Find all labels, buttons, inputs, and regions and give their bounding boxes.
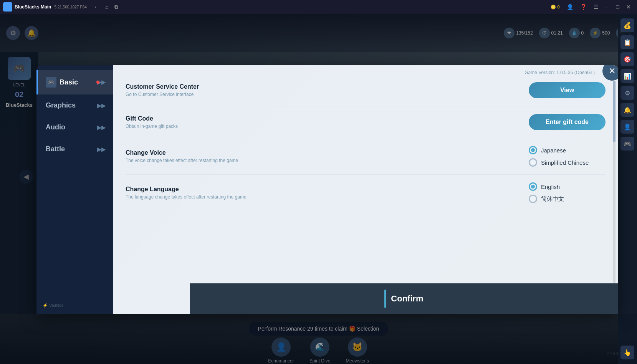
right-sidebar: 💰 📋 🎯 📊 ⚙ 🔔 👤 🎮 👆 [618,14,637,364]
change-language-control: English 简休中文 [529,182,606,203]
sidebar-icon-3[interactable]: 🎯 [620,52,634,66]
settings-content: Game Version: 1.0.5.35 (OpenGL) Customer… [113,65,618,314]
view-button[interactable]: View [529,82,606,98]
customer-service-sub: Go to Customer Service interface [126,92,520,97]
change-voice-control: Japanese Simplified Chinese [529,146,606,167]
coin-display: 🪙 0 [548,3,563,11]
change-language-title: Change Language [126,186,520,193]
enter-gift-code-button[interactable]: Enter gift code [529,114,606,130]
sidebar-icon-5[interactable]: ⚙ [620,86,634,100]
scrollbar-thumb[interactable] [613,81,615,142]
gift-code-label: Gift Code Obtain in-game gift packs [126,115,520,129]
voice-japanese-option[interactable]: Japanese [529,146,606,154]
scrollbar-track [613,81,615,283]
nav-item-audio[interactable]: Audio ▶▶ [36,116,113,138]
sidebar-icon-bottom[interactable]: 👆 [620,346,634,359]
voice-chinese-label: Simplified Chinese [541,159,589,166]
basic-icon: 🎮 [46,77,56,88]
home-button[interactable]: ⌂ [103,3,111,11]
help-button[interactable]: ❓ [577,3,590,11]
lang-english-option[interactable]: English [529,182,606,191]
lang-chinese-radio[interactable] [529,195,537,203]
customer-service-control: View [529,82,606,98]
vein-logo: ⚡ VEINos [36,297,113,314]
voice-chinese-option[interactable]: Simplified Chinese [529,158,606,167]
nav-graphics-arrow: ▶▶ [97,103,106,109]
change-language-label: Change Language The language change take… [126,186,520,200]
confirm-accent [384,290,386,308]
lang-english-radio[interactable] [529,182,537,191]
lang-chinese-label: 简休中文 [541,195,564,203]
gift-code-control: Enter gift code [529,114,606,130]
window-controls: 🪙 0 👤 ❓ ☰ ─ □ ✕ [548,3,634,11]
change-voice-title: Change Voice [126,149,520,156]
gift-code-sub: Obtain in-game gift packs [126,124,520,129]
voice-chinese-radio[interactable] [529,158,537,167]
sidebar-icon-6[interactable]: 🔔 [620,103,634,117]
sidebar-icon-4[interactable]: 📊 [620,69,634,83]
confirm-bar[interactable]: Confirm [190,283,618,314]
customer-service-row: Customer Service Center Go to Customer S… [126,74,606,106]
vein-logo-text: ⚡ VEINos [43,303,63,308]
game-version: Game Version: 1.0.5.35 (OpenGL) [524,70,595,75]
change-voice-row: Change Voice The voice change takes effe… [126,138,606,175]
maximize-button[interactable]: □ [613,3,622,11]
nav-graphics-label: Graphics [46,101,76,109]
nav-audio-arrow: ▶▶ [97,124,106,131]
sidebar-icon-8[interactable]: 🎮 [620,137,634,151]
nav-audio-label: Audio [46,123,65,131]
sidebar-icon-1[interactable]: 💰 [620,18,634,32]
sidebar-icon-2[interactable]: 📋 [620,35,634,49]
nav-item-graphics[interactable]: Graphics ▶▶ [36,94,113,116]
change-voice-sub: The voice change takes effect after rest… [126,158,520,163]
nav-basic-label: Basic [60,78,78,86]
customer-service-title: Customer Service Center [126,83,520,90]
minimize-button[interactable]: ─ [602,3,612,11]
change-language-row: Change Language The language change take… [126,175,606,211]
nav-battle-label: Battle [46,145,65,153]
gift-code-row: Gift Code Obtain in-game gift packs Ente… [126,106,606,138]
window-button[interactable]: ⧉ [112,3,121,11]
voice-japanese-radio[interactable] [529,146,537,154]
nav-item-basic[interactable]: 🎮 Basic ▶▶ [36,70,113,94]
sidebar-icon-7[interactable]: 👤 [620,120,634,134]
nav-basic-dot [96,81,99,84]
titlebar-nav: ← ⌂ ⧉ [91,3,121,11]
lang-chinese-option[interactable]: 简休中文 [529,195,606,203]
nav-battle-arrow: ▶▶ [97,146,106,152]
gift-code-title: Gift Code [126,115,520,122]
settings-panel: 🎮 Basic ▶▶ Graphics ▶▶ Audio ▶▶ Battle ▶… [36,65,618,314]
customer-service-label: Customer Service Center Go to Customer S… [126,83,520,97]
voice-japanese-label: Japanese [541,147,566,154]
confirm-bar-inner: Confirm [384,290,423,308]
bluestacks-logo [3,2,12,12]
profile-button[interactable]: 👤 [564,3,576,11]
change-voice-label: Change Voice The voice change takes effe… [126,149,520,163]
back-button[interactable]: ← [91,3,101,11]
app-title: BlueStacks Main [15,4,51,10]
close-button[interactable]: ✕ [623,3,634,11]
app-subtitle: 5.21.560.1027 P64 [54,5,87,9]
menu-button[interactable]: ☰ [591,3,602,11]
nav-item-battle[interactable]: Battle ▶▶ [36,138,113,160]
lang-english-label: English [541,184,560,190]
confirm-text: Confirm [391,294,423,304]
settings-nav: 🎮 Basic ▶▶ Graphics ▶▶ Audio ▶▶ Battle ▶… [36,65,113,314]
change-language-sub: The language change takes effect after r… [126,194,520,200]
titlebar: BlueStacks Main 5.21.560.1027 P64 ← ⌂ ⧉ … [0,0,637,14]
